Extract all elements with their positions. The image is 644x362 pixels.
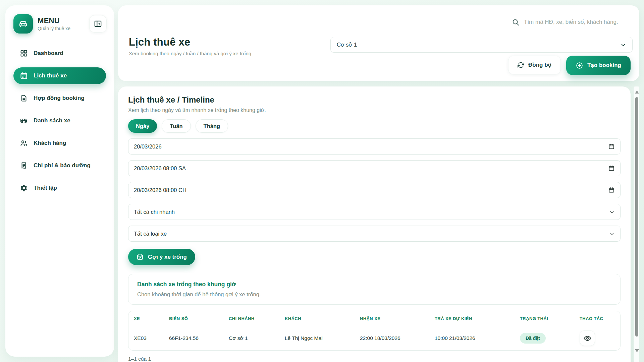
suggest-free-vehicles-button[interactable]: Gợi ý xe trống	[128, 249, 195, 265]
col-header-trang-thai: TRẠNG THÁI	[515, 311, 574, 326]
sidebar-item-lich-thue-xe[interactable]: Lịch thuê xe	[13, 67, 106, 84]
tab-thang[interactable]: Tháng	[196, 119, 228, 133]
global-search	[512, 15, 626, 29]
cell-actions	[574, 326, 620, 350]
calendar-picker-icon[interactable]	[608, 187, 615, 193]
tab-tuan[interactable]: Tuần	[162, 119, 191, 133]
sidebar-item-chi-phi-bao-duong[interactable]: Chi phí & bảo dưỡng	[13, 157, 106, 174]
document-icon	[20, 94, 28, 102]
end-datetime-input[interactable]: 20/03/2026 08:00 CH	[128, 182, 621, 198]
sidebar-item-danh-sach-xe[interactable]: Danh sách xe	[13, 112, 106, 129]
cell-pickup: 22:00 18/03/2026	[355, 326, 429, 350]
sidebar-item-hop-dong-booking[interactable]: Hợp đồng booking	[13, 90, 106, 107]
sidebar-item-label: Thiết lập	[34, 185, 57, 191]
col-header-chi-nhanh: CHI NHÁNH	[223, 311, 279, 326]
brand-title: MENU	[38, 16, 70, 25]
scrollbar-thumb[interactable]	[635, 97, 638, 337]
info-box-title: Danh sách xe trống theo khung giờ	[137, 281, 611, 288]
end-datetime-value: 20/03/2026 08:00 CH	[134, 187, 186, 193]
sidebar-item-label: Chi phí & bảo dưỡng	[34, 162, 91, 169]
sidebar-item-label: Dashboard	[34, 50, 63, 57]
calendar-picker-icon[interactable]	[608, 165, 615, 172]
sidebar: MENU Quản lý thuê xe	[5, 5, 114, 357]
header-actions: Đồng bộ Tạo booking	[508, 56, 631, 75]
vehicle-type-filter-value: Tất cả loại xe	[134, 231, 167, 237]
timeline-subtitle: Xem lịch theo ngày và tìm nhanh xe trống…	[128, 107, 621, 113]
suggest-button-label: Gợi ý xe trống	[148, 254, 187, 260]
main-area: Lịch thuê xe Xem booking theo ngày / tuầ…	[118, 0, 639, 362]
col-header-tra-xe-du-kien: TRẢ XE DỰ KIẾN	[429, 311, 515, 326]
view-mode-tabs: Ngày Tuần Tháng	[128, 119, 621, 133]
page-header: Lịch thuê xe Xem booking theo ngày / tuầ…	[118, 5, 639, 81]
create-booking-button[interactable]: Tạo booking	[566, 56, 631, 75]
sidebar-item-thiet-lap[interactable]: Thiết lập	[13, 180, 106, 196]
tab-label: Tuần	[170, 123, 182, 129]
col-header-thao-tac: THAO TÁC	[574, 311, 620, 326]
users-icon	[20, 139, 28, 147]
bookings-table: XE BIỂN SỐ CHI NHÁNH KHÁCH NHẬN XE TRẢ X…	[128, 311, 621, 351]
cell-return-expected: 10:00 21/03/2026	[429, 326, 515, 350]
free-vehicles-info-box: Danh sách xe trống theo khung giờ Chọn k…	[128, 274, 621, 305]
timeline-panel: Lịch thuê xe / Timeline Xem lịch theo ng…	[118, 86, 631, 362]
sidebar-header: MENU Quản lý thuê xe	[5, 5, 114, 37]
search-input[interactable]	[524, 19, 626, 25]
sidebar-item-label: Hợp đồng booking	[34, 95, 85, 102]
cell-branch: Cơ sở 1	[223, 326, 279, 350]
table-row: XE03 66F1-234.56 Cơ sở 1 Lê Thị Ngọc Mai…	[128, 326, 620, 350]
cell-plate: 66F1-234.56	[164, 326, 223, 350]
sidebar-item-label: Danh sách xe	[34, 117, 70, 124]
van-icon	[20, 117, 28, 125]
sync-button[interactable]: Đồng bộ	[508, 56, 561, 74]
branch-filter-value: Tất cả chi nhánh	[134, 209, 175, 215]
car-logo-icon	[18, 19, 28, 29]
date-input[interactable]: 20/03/2026	[128, 138, 621, 155]
chevron-down-icon	[609, 209, 615, 215]
sidebar-collapse-button[interactable]	[89, 15, 107, 33]
col-header-khach: KHÁCH	[279, 311, 355, 326]
calendar-check-icon	[137, 253, 144, 260]
chevron-down-icon	[620, 42, 626, 48]
search-icon	[512, 18, 520, 26]
start-datetime-input[interactable]: 20/03/2026 08:00 SA	[128, 160, 621, 176]
scrollbar-up-arrow[interactable]	[635, 90, 639, 94]
date-value: 20/03/2026	[134, 143, 162, 150]
chevron-down-icon	[609, 231, 615, 237]
panel-collapse-icon	[94, 19, 102, 28]
receipt-icon	[20, 162, 28, 170]
status-badge: Đã đặt	[520, 333, 546, 344]
page-title: Lịch thuê xe	[129, 36, 253, 48]
tab-label: Tháng	[204, 123, 220, 129]
sidebar-item-label: Khách hàng	[34, 140, 66, 146]
plus-circle-icon	[576, 62, 583, 69]
scrollbar-down-arrow[interactable]	[635, 349, 639, 352]
view-booking-button[interactable]	[580, 330, 595, 346]
sync-icon	[518, 62, 524, 68]
dashboard-icon	[20, 49, 28, 57]
cell-customer: Lê Thị Ngọc Mai	[279, 326, 355, 350]
create-booking-label: Tạo booking	[587, 62, 621, 69]
info-box-subtitle: Chọn khoảng thời gian để hệ thống gợi ý …	[137, 291, 611, 298]
cell-vehicle: XE03	[128, 326, 164, 350]
gear-icon	[20, 184, 28, 192]
timeline-title: Lịch thuê xe / Timeline	[128, 95, 621, 105]
vertical-scrollbar[interactable]	[634, 86, 639, 362]
vehicle-type-filter-select[interactable]: Tất cả loại xe	[128, 226, 621, 242]
title-block: Lịch thuê xe Xem booking theo ngày / tuầ…	[129, 36, 253, 56]
sidebar-item-label: Lịch thuê xe	[34, 72, 67, 79]
calendar-icon	[20, 72, 28, 80]
branch-select[interactable]: Cơ sở 1	[330, 37, 633, 53]
brand-text: MENU Quản lý thuê xe	[38, 16, 70, 31]
app-logo	[13, 14, 33, 34]
tab-ngay[interactable]: Ngày	[128, 119, 157, 133]
cell-status: Đã đặt	[515, 326, 574, 350]
branch-select-value: Cơ sở 1	[337, 42, 357, 48]
app-window: MENU Quản lý thuê xe	[0, 0, 644, 362]
page-subtitle: Xem booking theo ngày / tuần / tháng và …	[129, 51, 253, 56]
content-scroll-region: Lịch thuê xe / Timeline Xem lịch theo ng…	[118, 86, 639, 362]
pagination-text: 1–1 của 1	[128, 356, 621, 362]
sidebar-item-khach-hang[interactable]: Khách hàng	[13, 135, 106, 152]
calendar-picker-icon[interactable]	[608, 143, 615, 150]
branch-filter-select[interactable]: Tất cả chi nhánh	[128, 204, 621, 220]
sidebar-item-dashboard[interactable]: Dashboard	[13, 45, 106, 62]
eye-icon	[583, 334, 592, 343]
